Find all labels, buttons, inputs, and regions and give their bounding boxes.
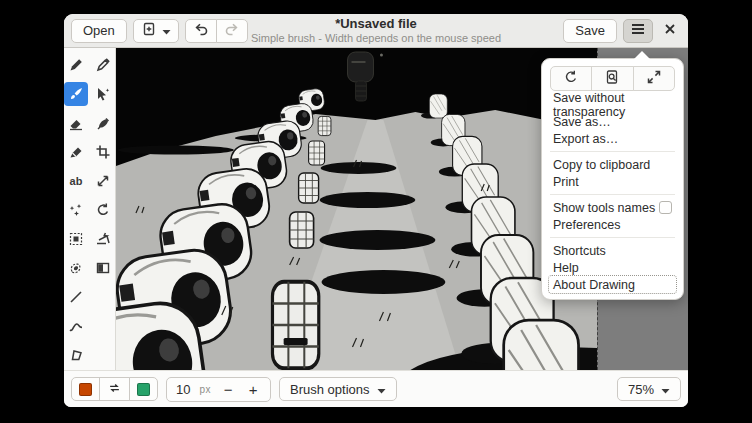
eyedropper-icon — [95, 57, 111, 73]
menu-item-label: About Drawing — [553, 278, 635, 292]
tool-curve-button[interactable] — [64, 314, 88, 338]
exchange-colors-button[interactable] — [99, 377, 130, 401]
print-preview-icon — [604, 69, 620, 89]
menu-item-copy-to-clipboard[interactable]: Copy to clipboard — [549, 156, 676, 173]
tool-free-selection-button[interactable] — [64, 256, 88, 280]
zoom-level-button[interactable]: 75% — [617, 377, 681, 401]
size-value: 10 — [176, 382, 190, 397]
print-preview-button[interactable] — [591, 66, 633, 91]
reload-button[interactable] — [550, 66, 592, 91]
menu-item-label: Copy to clipboard — [553, 158, 650, 172]
tool-text-button[interactable]: ab — [64, 169, 88, 193]
tool-color-selection-button[interactable] — [91, 82, 115, 106]
menu-item-help[interactable]: Help — [549, 259, 676, 276]
eraser-icon — [68, 115, 84, 131]
menu-separator — [550, 194, 675, 195]
bottom-action-bar: 10 px − + Brush options 75% — [64, 370, 688, 407]
canvas[interactable] — [116, 48, 598, 370]
menu-item-about-drawing[interactable]: About Drawing — [549, 276, 676, 293]
drawing-app-window: Open — [64, 14, 688, 407]
menu-item-label: Shortcuts — [553, 244, 606, 258]
color-controls-group — [71, 377, 158, 401]
pencil-icon — [68, 57, 84, 73]
text-tool-glyph: ab — [70, 176, 83, 187]
tool-pencil-button[interactable] — [64, 53, 88, 77]
tool-rotate-button[interactable] — [91, 198, 115, 222]
brush-options-button[interactable]: Brush options — [279, 377, 397, 401]
tool-size-spinner[interactable]: 10 px − + — [166, 377, 271, 402]
save-button[interactable]: Save — [563, 19, 617, 43]
curve-icon — [68, 318, 84, 334]
tool-filters-button[interactable] — [91, 256, 115, 280]
hamburger-icon — [631, 23, 645, 38]
tool-rectangle-selection-button[interactable] — [64, 227, 88, 251]
menu-item-label: Export as… — [553, 132, 618, 146]
menu-item-save-without-transparency[interactable]: Save without transparency — [549, 96, 676, 113]
new-image-menu-button[interactable] — [133, 19, 179, 43]
tool-scale-button[interactable] — [91, 169, 115, 193]
fullscreen-icon — [646, 69, 662, 89]
app-menu-popover: Save without transparency Save as… Expor… — [541, 58, 684, 300]
close-window-button[interactable] — [659, 19, 681, 43]
crop-icon — [95, 144, 111, 160]
tool-polygon-button[interactable] — [64, 343, 88, 367]
show-tools-names-checkbox[interactable] — [659, 201, 672, 214]
tool-color-picker-button[interactable] — [91, 53, 115, 77]
size-decrease-button[interactable]: − — [220, 381, 236, 398]
menu-separator — [550, 151, 675, 152]
polygon-icon — [68, 347, 84, 363]
menu-separator — [550, 237, 675, 238]
menu-item-label: Help — [553, 261, 579, 275]
tool-line-button[interactable] — [64, 285, 88, 309]
open-button[interactable]: Open — [71, 19, 127, 43]
menu-item-label: Show tools names — [553, 201, 655, 215]
menu-item-shortcuts[interactable]: Shortcuts — [549, 242, 676, 259]
line-icon — [68, 289, 84, 305]
tool-paint-button[interactable] — [91, 111, 115, 135]
sparkle-points-icon — [68, 202, 84, 218]
menu-item-label: Preferences — [553, 218, 620, 232]
undo-button[interactable] — [185, 19, 217, 43]
menu-item-show-tools-names[interactable]: Show tools names — [549, 199, 676, 216]
new-image-icon — [141, 21, 157, 40]
free-selection-icon — [68, 260, 84, 276]
tool-eraser-button[interactable] — [64, 111, 88, 135]
main-color-button[interactable] — [71, 377, 100, 401]
window-title: *Unsaved file — [251, 17, 501, 32]
scale-icon — [95, 173, 111, 189]
tool-skew-button[interactable] — [91, 227, 115, 251]
exchange-arrows-icon — [107, 381, 122, 398]
menu-icon-row — [550, 66, 675, 91]
menu-item-label: Save as… — [553, 115, 611, 129]
hamburger-menu-button[interactable] — [623, 19, 653, 43]
chevron-down-icon — [661, 382, 670, 397]
undo-icon — [193, 21, 209, 40]
menu-item-export-as[interactable]: Export as… — [549, 130, 676, 147]
menu-item-label: Print — [553, 175, 579, 189]
tool-highlighter-button[interactable] — [64, 140, 88, 164]
menu-item-preferences[interactable]: Preferences — [549, 216, 676, 233]
tool-crop-button[interactable] — [91, 140, 115, 164]
redo-button[interactable] — [216, 19, 248, 43]
menu-item-print[interactable]: Print — [549, 173, 676, 190]
brush-icon — [68, 86, 84, 102]
paint-icon — [95, 115, 111, 131]
tool-brush-button[interactable] — [64, 82, 88, 106]
brush-options-label: Brush options — [290, 382, 370, 397]
main-color-swatch — [79, 383, 92, 396]
canvas-artwork — [116, 48, 597, 370]
secondary-color-button[interactable] — [129, 377, 158, 401]
desktop: { "window": { "title": "*Unsaved file", … — [0, 0, 752, 423]
headerbar: Open — [64, 14, 688, 48]
size-increase-button[interactable]: + — [245, 381, 261, 398]
header-left-controls: Open — [71, 19, 248, 43]
chevron-down-icon — [162, 23, 171, 38]
tool-points-button[interactable] — [64, 198, 88, 222]
rotate-icon — [95, 202, 111, 218]
fullscreen-button[interactable] — [633, 66, 675, 91]
filters-icon — [95, 260, 111, 276]
undo-redo-group — [185, 19, 248, 43]
highlighter-icon — [68, 144, 84, 160]
skew-icon — [95, 231, 111, 247]
rect-selection-icon — [68, 231, 84, 247]
